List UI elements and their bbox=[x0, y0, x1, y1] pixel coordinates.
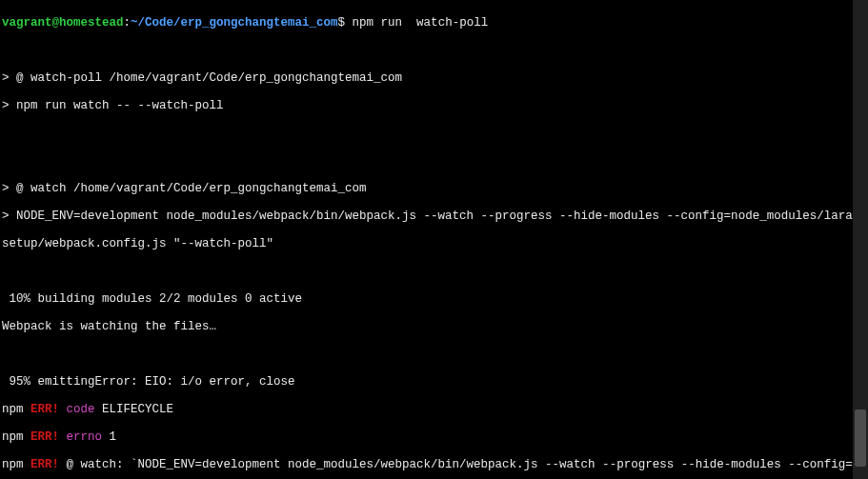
terminal-output[interactable]: vagrant@homestead:~/Code/erp_gongchangte… bbox=[0, 0, 868, 479]
prompt-sep: : bbox=[124, 16, 131, 30]
output-line: > @ watch-poll /home/vagrant/Code/erp_go… bbox=[2, 71, 866, 86]
output-line: setup/webpack.config.js "--watch-poll" bbox=[2, 237, 866, 251]
prompt-line: vagrant@homestead:~/Code/erp_gongchangte… bbox=[2, 16, 866, 30]
blank-line bbox=[2, 154, 866, 169]
output-line: Webpack is watching the files… bbox=[2, 320, 866, 334]
prompt-command: npm run watch-poll bbox=[345, 16, 488, 30]
blank-line bbox=[2, 348, 866, 362]
blank-line bbox=[2, 265, 866, 279]
blank-line bbox=[2, 44, 866, 58]
error-line: npm ERR! code ELIFECYCLE bbox=[2, 403, 866, 417]
error-line: npm ERR! @ watch: `NODE_ENV=development … bbox=[2, 458, 866, 472]
blank-line bbox=[2, 127, 866, 141]
output-line: > @ watch /home/vagrant/Code/erp_gongcha… bbox=[2, 182, 866, 196]
prompt-path: ~/Code/erp_gongchangtemai_com bbox=[131, 16, 338, 30]
prompt-user: vagrant@homestead bbox=[2, 16, 124, 30]
error-line: npm ERR! errno 1 bbox=[2, 430, 866, 445]
vertical-scrollbar[interactable] bbox=[853, 0, 868, 479]
scroll-thumb[interactable] bbox=[855, 409, 866, 467]
output-line: 10% building modules 2/2 modules 0 activ… bbox=[2, 292, 866, 307]
output-line: > npm run watch -- --watch-poll bbox=[2, 99, 866, 113]
output-line: > NODE_ENV=development node_modules/webp… bbox=[2, 210, 866, 224]
prompt-dollar: $ bbox=[338, 16, 346, 30]
output-line: 95% emittingError: EIO: i/o error, close bbox=[2, 375, 866, 389]
